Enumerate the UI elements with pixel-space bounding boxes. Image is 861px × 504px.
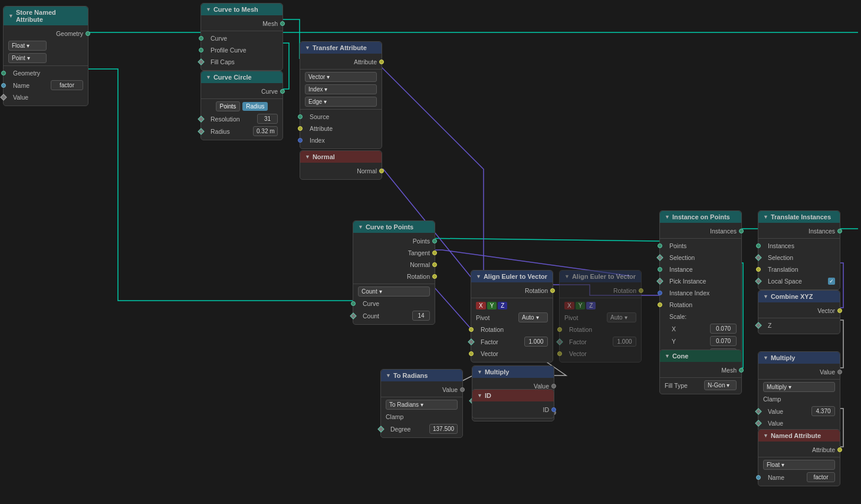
- cxyz-z-socket[interactable]: [755, 322, 761, 328]
- normal-out-socket[interactable]: [379, 169, 384, 173]
- na-float-dropdown[interactable]: Float ▾: [763, 460, 835, 470]
- na-collapse[interactable]: ▼: [763, 433, 768, 439]
- tr-mode-dropdown[interactable]: To Radians ▾: [386, 400, 458, 410]
- ctp-count-in-socket[interactable]: [350, 312, 356, 319]
- cxyz-collapse[interactable]: ▼: [763, 294, 768, 299]
- name-input[interactable]: factor: [51, 80, 83, 90]
- cone-fill-type-dropdown[interactable]: N-Gon ▾: [704, 380, 737, 390]
- cone-mesh-out-socket[interactable]: [739, 368, 744, 373]
- ctp-points-out-socket[interactable]: [432, 239, 437, 243]
- mult2-collapse[interactable]: ▼: [763, 355, 768, 361]
- ctp-count-input[interactable]: 14: [412, 311, 430, 321]
- geometry-in-socket[interactable]: [1, 71, 6, 75]
- ta-collapse[interactable]: ▼: [305, 45, 310, 51]
- ctp-collapse[interactable]: ▼: [358, 224, 363, 230]
- iop-pick-instance-socket[interactable]: [656, 278, 663, 284]
- mesh-out-socket[interactable]: [280, 21, 285, 26]
- ctp-normal-socket[interactable]: [432, 262, 437, 267]
- geometry-out-socket[interactable]: [86, 31, 90, 36]
- mult2-value2-socket[interactable]: [755, 420, 761, 426]
- iop-instance-index-socket[interactable]: [658, 291, 662, 295]
- mult2-multiply-dropdown[interactable]: Multiply ▾: [763, 382, 835, 392]
- ta-edge-dropdown[interactable]: Edge ▾: [305, 97, 377, 107]
- ae1-factor-input[interactable]: 1.000: [524, 337, 548, 347]
- ctp-curve-in-socket[interactable]: [351, 301, 356, 306]
- ti-instances-out-socket[interactable]: [837, 229, 842, 233]
- iop-scale-y[interactable]: 0.070: [710, 336, 737, 346]
- resolution-socket[interactable]: [198, 116, 204, 122]
- iop-selection-socket[interactable]: [656, 254, 663, 261]
- ae1-z-btn[interactable]: Z: [498, 302, 507, 309]
- cxyz-vector-out-socket[interactable]: [837, 308, 842, 313]
- iop-scale-x[interactable]: 0.070: [710, 324, 737, 334]
- ae1-rotation-out-socket[interactable]: [550, 288, 555, 293]
- iop-points-socket[interactable]: [658, 243, 662, 248]
- na-attribute-out-socket[interactable]: [837, 447, 842, 452]
- ti-local-space-socket[interactable]: [755, 278, 761, 284]
- iop-instance-socket[interactable]: [658, 267, 662, 272]
- mult2-value-out-socket[interactable]: [837, 370, 842, 374]
- id-collapse[interactable]: ▼: [477, 393, 482, 398]
- curve-in-socket[interactable]: [199, 36, 203, 41]
- ae1-x-btn[interactable]: X: [476, 302, 486, 309]
- id-out-socket[interactable]: [551, 407, 556, 412]
- tr-collapse[interactable]: ▼: [386, 373, 391, 378]
- na-name-socket[interactable]: [756, 475, 761, 480]
- ctp-rotation-socket[interactable]: [432, 274, 437, 279]
- ta-vector-dropdown[interactable]: Vector ▾: [305, 72, 377, 82]
- cc-collapse[interactable]: ▼: [206, 74, 211, 80]
- ae1-y-btn[interactable]: Y: [487, 302, 497, 309]
- collapse-icon[interactable]: ▼: [8, 13, 14, 19]
- fill-caps-socket[interactable]: [198, 58, 204, 65]
- profile-curve-socket[interactable]: [199, 48, 203, 52]
- ae2-factor-socket[interactable]: [556, 338, 563, 345]
- iop-rotation-socket[interactable]: [658, 302, 662, 307]
- resolution-input[interactable]: 31: [257, 114, 278, 124]
- iop-collapse[interactable]: ▼: [665, 214, 670, 220]
- ctp-mode-dropdown[interactable]: Count ▾: [358, 286, 430, 297]
- ti-local-space-checkbox[interactable]: ✓: [828, 278, 835, 285]
- ti-translation-socket[interactable]: [756, 267, 761, 272]
- ae2-factor-input[interactable]: 1.000: [613, 337, 636, 347]
- type2-dropdown[interactable]: Point ▾: [8, 53, 47, 63]
- tr-degree-socket[interactable]: [377, 426, 384, 432]
- ae1-vector-socket[interactable]: [469, 351, 474, 356]
- ae1-pivot-dropdown[interactable]: Auto ▾: [518, 312, 548, 322]
- ae2-collapse[interactable]: ▼: [564, 274, 570, 279]
- cone-collapse[interactable]: ▼: [665, 353, 670, 359]
- mult2-value-input[interactable]: 4.370: [811, 406, 835, 416]
- iop-instances-out-socket[interactable]: [739, 229, 744, 233]
- value-socket[interactable]: [0, 94, 6, 100]
- points-tab[interactable]: Points: [216, 101, 241, 111]
- circle-curve-out-socket[interactable]: [280, 89, 285, 94]
- ae1-collapse[interactable]: ▼: [476, 274, 481, 279]
- ti-instances-in-socket[interactable]: [756, 243, 761, 248]
- ta-index-in-socket[interactable]: [298, 138, 303, 143]
- tr-value-out-socket[interactable]: [460, 387, 465, 392]
- name-socket[interactable]: [1, 83, 6, 88]
- mult-value-out-socket[interactable]: [551, 384, 556, 388]
- ta-source-socket[interactable]: [298, 114, 303, 119]
- ae2-z-btn[interactable]: Z: [586, 302, 596, 309]
- n-collapse[interactable]: ▼: [305, 154, 310, 160]
- radius-socket[interactable]: [198, 128, 204, 134]
- radius-tab[interactable]: Radius: [242, 102, 268, 111]
- ae1-rotation-in-socket[interactable]: [469, 327, 474, 332]
- tr-degree-input[interactable]: 137.500: [429, 424, 458, 434]
- ae2-rotation-in-socket[interactable]: [557, 327, 562, 332]
- ctp-tangent-socket[interactable]: [432, 251, 437, 255]
- ti-collapse[interactable]: ▼: [763, 214, 768, 220]
- ta-attr-out-socket[interactable]: [379, 60, 384, 64]
- ae2-vector-socket[interactable]: [557, 351, 562, 356]
- na-name-input[interactable]: factor: [807, 472, 835, 482]
- ctm-collapse[interactable]: ▼: [206, 6, 211, 12]
- ae2-x-btn[interactable]: X: [564, 302, 574, 309]
- ae2-rotation-out-socket[interactable]: [639, 288, 643, 293]
- type1-dropdown[interactable]: Float ▾: [8, 41, 47, 51]
- ae2-y-btn[interactable]: Y: [576, 302, 586, 309]
- ta-attr-in-socket[interactable]: [298, 126, 303, 131]
- ti-selection-socket[interactable]: [755, 254, 761, 261]
- mult2-value-socket[interactable]: [755, 408, 761, 414]
- ae1-factor-socket[interactable]: [468, 338, 474, 345]
- mult-collapse[interactable]: ▼: [477, 369, 482, 375]
